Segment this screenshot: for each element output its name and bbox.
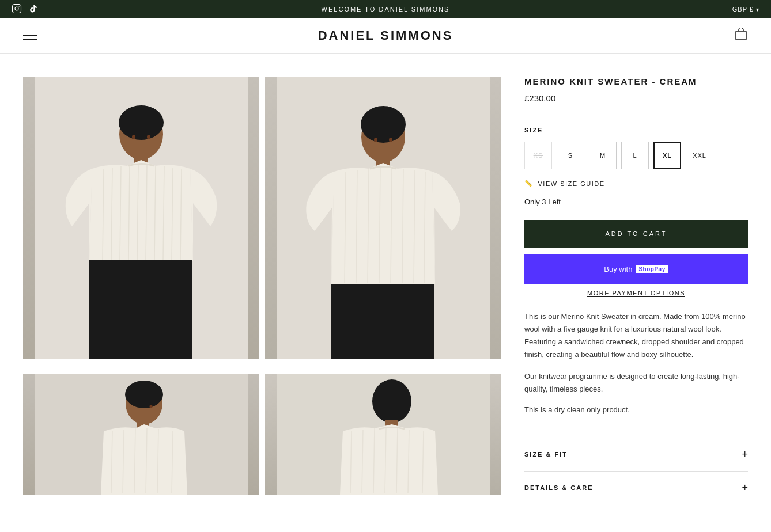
svg-point-35 [374, 138, 377, 142]
product-page: MERINO KNIT SWEATER - CREAM £230.00 SIZE… [0, 54, 771, 527]
svg-point-46 [125, 381, 163, 408]
stock-notice: Only 3 Left [524, 197, 748, 206]
chevron-down-icon: ▾ [756, 6, 759, 13]
svg-rect-18 [89, 260, 192, 359]
product-description-2: Our knitwear programme is designed to cr… [524, 370, 748, 396]
price-divider [524, 117, 748, 117]
product-price: £230.00 [524, 93, 748, 103]
svg-point-47 [150, 405, 153, 408]
shop-pay-text: Buy with [604, 265, 632, 273]
svg-point-34 [361, 106, 406, 143]
social-icons [12, 3, 38, 15]
svg-point-36 [389, 138, 392, 142]
more-payment-link[interactable]: MORE PAYMENT OPTIONS [524, 290, 748, 297]
accordion-details-care-label: DETAILS & CARE [524, 484, 593, 491]
product-image-1 [23, 77, 259, 359]
announcement-bar: WELCOME TO DANIEL SIMMONS GBP £ ▾ [0, 0, 771, 18]
site-header: DANIEL SIMMONS [0, 18, 771, 54]
svg-point-19 [119, 105, 164, 140]
tiktok-icon[interactable] [29, 3, 38, 15]
product-image-3 [23, 374, 259, 495]
shop-pay-button[interactable]: Buy with ShopPay [524, 254, 748, 284]
site-logo[interactable]: DANIEL SIMMONS [318, 28, 453, 43]
accordion-size-fit-label: SIZE & FIT [524, 451, 568, 458]
hamburger-menu-icon[interactable] [23, 32, 37, 40]
svg-point-2 [18, 6, 20, 7]
ruler-icon: 📏 [524, 180, 534, 187]
accordion-details-care[interactable]: DETAILS & CARE + [524, 471, 748, 504]
shop-pay-logo: ShopPay [636, 265, 668, 273]
product-image-grid [23, 77, 501, 504]
svg-point-20 [132, 135, 135, 139]
svg-point-1 [15, 7, 18, 10]
product-description-3: This is a dry clean only product. [524, 405, 748, 414]
svg-rect-0 [13, 5, 21, 13]
size-button-l[interactable]: L [621, 142, 649, 169]
product-description-1: This is our Merino Knit Sweater in cream… [524, 310, 748, 361]
accordion-details-care-icon: + [742, 482, 748, 494]
accordion-size-fit[interactable]: SIZE & FIT + [524, 438, 748, 471]
size-options: XS S M L XL XXL [524, 142, 748, 169]
add-to-cart-button[interactable]: ADD TO CART [524, 220, 748, 248]
size-button-xl[interactable]: XL [653, 142, 681, 169]
announcement-text: WELCOME TO DANIEL SIMMONS [322, 6, 450, 13]
product-title: MERINO KNIT SWEATER - CREAM [524, 77, 748, 86]
product-image-2 [265, 77, 501, 359]
svg-point-21 [147, 135, 150, 139]
svg-rect-33 [331, 284, 434, 359]
instagram-icon[interactable] [12, 3, 22, 15]
description-divider [524, 428, 748, 428]
svg-rect-3 [736, 31, 746, 40]
currency-selector[interactable]: GBP £ ▾ [732, 6, 759, 13]
accordion-size-fit-icon: + [742, 449, 748, 461]
size-button-xxl[interactable]: XXL [686, 142, 713, 169]
size-button-s[interactable]: S [557, 142, 584, 169]
size-label: SIZE [524, 127, 748, 134]
product-image-4 [265, 374, 501, 495]
size-button-xs[interactable]: XS [524, 142, 552, 169]
svg-point-49 [372, 379, 411, 423]
size-button-m[interactable]: M [589, 142, 617, 169]
cart-icon[interactable] [734, 28, 748, 44]
size-guide-link[interactable]: 📏 VIEW SIZE GUIDE [524, 180, 748, 187]
product-details: MERINO KNIT SWEATER - CREAM £230.00 SIZE… [524, 77, 748, 504]
